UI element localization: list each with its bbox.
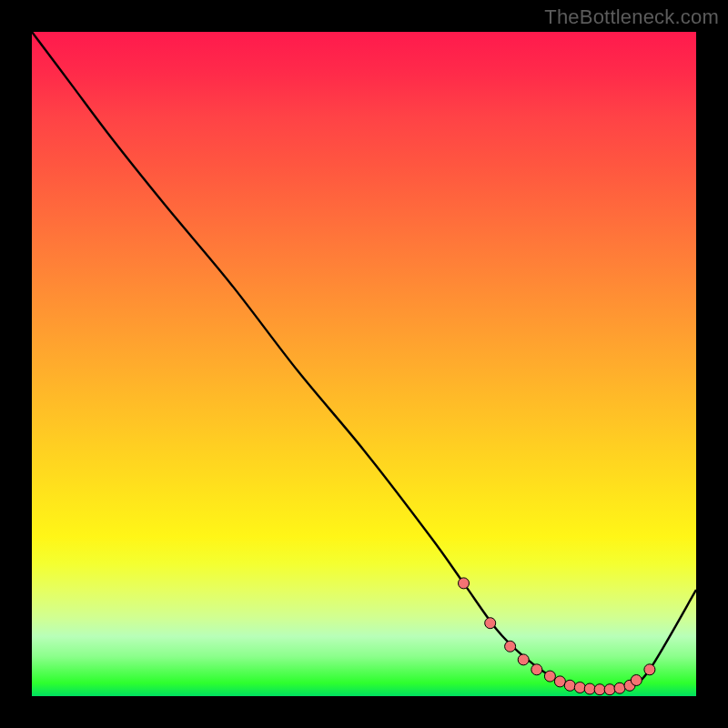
highlight-dot [518, 654, 529, 665]
watermark-text: TheBottleneck.com [544, 5, 719, 29]
highlight-dot [531, 664, 542, 675]
highlight-dot [631, 675, 642, 686]
highlight-dots-group [459, 578, 655, 695]
highlight-dot [574, 682, 585, 693]
highlight-dot [505, 641, 516, 652]
chart-overlay [32, 32, 696, 696]
highlight-dot [459, 578, 470, 589]
highlight-dot [564, 680, 575, 691]
highlight-dot [594, 684, 605, 695]
highlight-dot [554, 676, 565, 687]
chart-frame: TheBottleneck.com [0, 0, 728, 728]
highlight-dot [485, 618, 496, 629]
highlight-dot [584, 683, 595, 694]
highlight-dot [544, 671, 555, 682]
highlight-dot [614, 682, 625, 693]
bottleneck-curve [32, 32, 696, 690]
highlight-dot [644, 664, 655, 675]
highlight-dot [604, 684, 615, 695]
